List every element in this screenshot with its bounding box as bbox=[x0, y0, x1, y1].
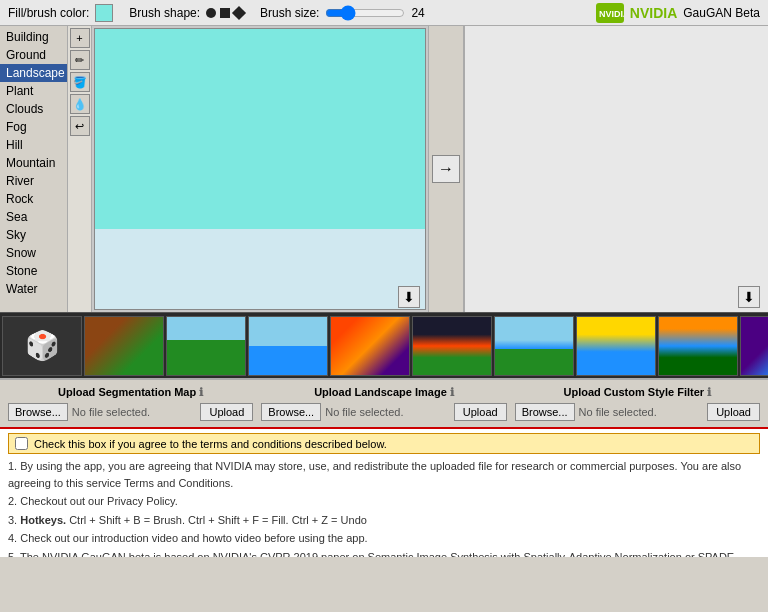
toolbar: Fill/brush color: Brush shape: Brush siz… bbox=[0, 0, 768, 26]
upload-style-title: Upload Custom Style Filter ℹ bbox=[515, 386, 760, 399]
fill-tool[interactable]: 🪣 bbox=[70, 72, 90, 92]
upload-landscape-title: Upload Landscape Image ℹ bbox=[261, 386, 506, 399]
terms-p4: 4. Check out our introduction video and … bbox=[8, 530, 760, 547]
style-filename: No file selected. bbox=[579, 406, 704, 418]
zoom-in-tool[interactable]: + bbox=[70, 28, 90, 48]
canvas-area: ⬇ bbox=[92, 26, 428, 312]
label-item-clouds[interactable]: Clouds bbox=[0, 100, 67, 118]
arrow-panel: → bbox=[428, 26, 464, 312]
canvas-bottom-fill bbox=[95, 229, 425, 309]
terms-p3: 3. Hotkeys. Ctrl + Shift + B = Brush. Ct… bbox=[8, 512, 760, 529]
upload-style-button[interactable]: Upload bbox=[707, 403, 760, 421]
brush-shape-label: Brush shape: bbox=[129, 6, 200, 20]
generate-button[interactable]: → bbox=[432, 155, 460, 183]
canvas-tools: + ✏ 🪣 💧 ↩ bbox=[68, 26, 92, 312]
upload-landscape-panel: Upload Landscape Image ℹ Browse... No fi… bbox=[261, 386, 506, 421]
brush-shapes bbox=[206, 8, 244, 18]
thumbnail-7[interactable] bbox=[658, 316, 738, 376]
upload-segmentation-row: Browse... No file selected. Upload bbox=[8, 403, 253, 421]
segmentation-filename: No file selected. bbox=[72, 406, 197, 418]
terms-section: Check this box if you agree to the terms… bbox=[0, 427, 768, 557]
brush-size-label: Brush size: bbox=[260, 6, 319, 20]
label-item-snow[interactable]: Snow bbox=[0, 244, 67, 262]
brush-shape-group: Brush shape: bbox=[129, 6, 244, 20]
terms-checkbox-row: Check this box if you agree to the terms… bbox=[8, 433, 760, 454]
nvidia-logo: NVIDIA NVIDIA GauGAN Beta bbox=[596, 3, 760, 23]
canvas-top-fill bbox=[95, 29, 425, 229]
svg-text:NVIDIA: NVIDIA bbox=[599, 9, 624, 19]
label-item-sea[interactable]: Sea bbox=[0, 208, 67, 226]
label-item-water[interactable]: Water bbox=[0, 280, 67, 298]
label-item-fog[interactable]: Fog bbox=[0, 118, 67, 136]
label-item-stone[interactable]: Stone bbox=[0, 262, 67, 280]
right-panels: → ⬇ bbox=[428, 26, 768, 312]
terms-checkbox-label: Check this box if you agree to the terms… bbox=[34, 438, 387, 450]
label-item-sky[interactable]: Sky bbox=[0, 226, 67, 244]
browse-segmentation-button[interactable]: Browse... bbox=[8, 403, 68, 421]
label-item-river[interactable]: River bbox=[0, 172, 67, 190]
browse-style-button[interactable]: Browse... bbox=[515, 403, 575, 421]
eyedropper-tool[interactable]: 💧 bbox=[70, 94, 90, 114]
terms-checkbox[interactable] bbox=[15, 437, 28, 450]
thumbnail-0[interactable] bbox=[84, 316, 164, 376]
brush-circle-option[interactable] bbox=[206, 8, 216, 18]
preview-placeholder bbox=[465, 26, 768, 312]
upload-segmentation-button[interactable]: Upload bbox=[200, 403, 253, 421]
thumbnail-5[interactable] bbox=[494, 316, 574, 376]
upload-section: Upload Segmentation Map ℹ Browse... No f… bbox=[0, 378, 768, 427]
browse-landscape-button[interactable]: Browse... bbox=[261, 403, 321, 421]
label-item-rock[interactable]: Rock bbox=[0, 190, 67, 208]
hotkeys-label: Hotkeys. bbox=[20, 514, 66, 526]
brush-square-option[interactable] bbox=[220, 8, 230, 18]
label-item-plant[interactable]: Plant bbox=[0, 82, 67, 100]
random-thumbnail[interactable]: 🎲 bbox=[2, 316, 82, 376]
preview-area: → ⬇ bbox=[428, 26, 768, 312]
color-swatch[interactable] bbox=[95, 4, 113, 22]
terms-text: 1. By using the app, you are agreeing th… bbox=[8, 458, 760, 557]
fill-brush-label: Fill/brush color: bbox=[8, 6, 89, 20]
segmentation-info-icon[interactable]: ℹ bbox=[199, 386, 203, 398]
brush-diamond-option[interactable] bbox=[232, 5, 246, 19]
label-item-landscape[interactable]: Landscape bbox=[0, 64, 67, 82]
label-item-mountain[interactable]: Mountain bbox=[0, 154, 67, 172]
main-area: BuildingGroundLandscapePlantCloudsFogHil… bbox=[0, 26, 768, 312]
thumbnail-1[interactable] bbox=[166, 316, 246, 376]
upload-style-panel: Upload Custom Style Filter ℹ Browse... N… bbox=[515, 386, 760, 421]
app-title: GauGAN Beta bbox=[683, 6, 760, 20]
thumbnail-8[interactable] bbox=[740, 316, 768, 376]
brush-size-value: 24 bbox=[411, 6, 424, 20]
brand-name: NVIDIA bbox=[630, 5, 677, 21]
thumbnail-4[interactable] bbox=[412, 316, 492, 376]
style-info-icon[interactable]: ℹ bbox=[707, 386, 711, 398]
landscape-filename: No file selected. bbox=[325, 406, 450, 418]
label-item-hill[interactable]: Hill bbox=[0, 136, 67, 154]
canvas-download-button[interactable]: ⬇ bbox=[398, 286, 420, 308]
thumbnail-6[interactable] bbox=[576, 316, 656, 376]
preview-download-button[interactable]: ⬇ bbox=[738, 286, 760, 308]
terms-p2: 2. Checkout out our Privacy Policy. bbox=[8, 493, 760, 510]
generated-preview: ⬇ bbox=[464, 26, 768, 312]
label-item-ground[interactable]: Ground bbox=[0, 46, 67, 64]
brush-size-group: Brush size: 24 bbox=[260, 5, 425, 21]
landscape-info-icon[interactable]: ℹ bbox=[450, 386, 454, 398]
thumbnail-3[interactable] bbox=[330, 316, 410, 376]
draw-canvas[interactable] bbox=[94, 28, 426, 310]
upload-landscape-button[interactable]: Upload bbox=[454, 403, 507, 421]
pencil-tool[interactable]: ✏ bbox=[70, 50, 90, 70]
labels-panel: BuildingGroundLandscapePlantCloudsFogHil… bbox=[0, 26, 68, 312]
upload-style-row: Browse... No file selected. Upload bbox=[515, 403, 760, 421]
terms-p5: 5. The NVIDIA GauGAN beta is based on NV… bbox=[8, 549, 760, 558]
label-item-building[interactable]: Building bbox=[0, 28, 67, 46]
upload-landscape-row: Browse... No file selected. Upload bbox=[261, 403, 506, 421]
fill-brush-label-group: Fill/brush color: bbox=[8, 4, 113, 22]
undo-tool[interactable]: ↩ bbox=[70, 116, 90, 136]
nvidia-icon: NVIDIA bbox=[596, 3, 624, 23]
upload-segmentation-panel: Upload Segmentation Map ℹ Browse... No f… bbox=[8, 386, 253, 421]
upload-panels: Upload Segmentation Map ℹ Browse... No f… bbox=[8, 386, 760, 421]
thumbnails-strip: 🎲 bbox=[0, 312, 768, 378]
thumbnail-2[interactable] bbox=[248, 316, 328, 376]
brush-size-slider[interactable] bbox=[325, 5, 405, 21]
upload-segmentation-title: Upload Segmentation Map ℹ bbox=[8, 386, 253, 399]
terms-p1: 1. By using the app, you are agreeing th… bbox=[8, 458, 760, 491]
